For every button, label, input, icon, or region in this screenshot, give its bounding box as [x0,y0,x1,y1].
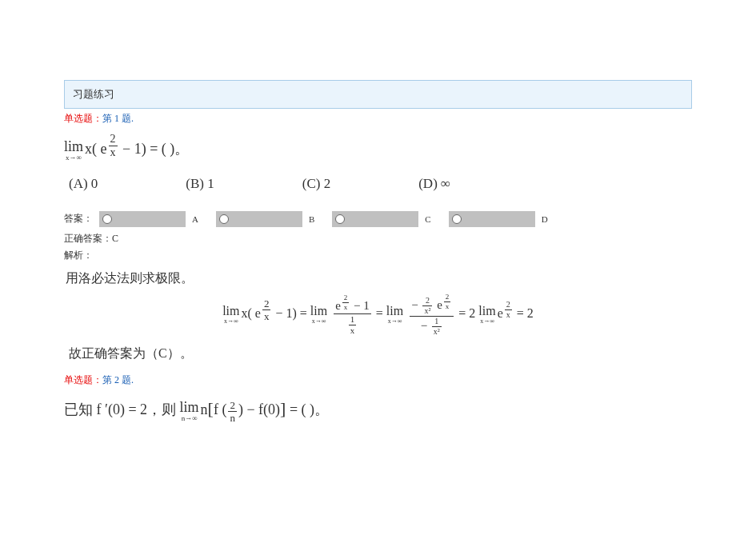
work-lim3: limx→∞ [386,305,403,325]
radio-b-label: B [309,214,314,224]
we1d: x [262,310,271,321]
q1-body-a: x( e [85,141,106,157]
header-title: 习题练习 [73,88,114,100]
wf3nen: 2 [444,293,451,302]
q2bo: [ [208,398,214,418]
wexp1: 2x [262,298,271,321]
work-frac2: e2x − 1 1x [334,294,371,334]
wf3nb: e [434,298,442,311]
q1-number: 第 1 题. [102,113,134,124]
q1-explain-text: 用洛必达法则求极限。 [66,270,692,287]
wf3d: − 1x² [410,317,454,336]
wf2dd: x [349,325,357,335]
wp1b: − 1) = [272,306,310,320]
radio-icon [452,214,462,224]
wf3n: − 2x² e2x [410,293,454,317]
wf3ne: 2x [444,293,451,310]
q2-frac: 2n [228,400,237,423]
q1-lim-sub: x→∞ [64,154,83,162]
wl2b: x→∞ [310,318,327,325]
header-box: 习题练习 [64,80,692,109]
wf2df: 1x [349,315,357,335]
radio-icon [219,214,229,224]
wf3nf: 2x² [422,297,432,315]
answer-label: 答案： [64,212,93,226]
q2-heading: 单选题：第 2 题. [64,373,692,387]
wf3nfn: 2 [422,297,432,306]
wf2ne: 2x [342,294,350,311]
wf3na: − [411,298,421,311]
q1-option-b: (B) 1 [186,176,214,192]
q1-option-d: (D) ∞ [418,176,450,192]
wl1b: x→∞ [222,318,239,325]
q2lb: n→∞ [180,415,199,422]
wf2n: e2x − 1 [334,294,371,313]
wf2d: 1x [334,314,371,335]
q2b: n [201,401,208,417]
wf3nfd: x² [422,306,432,315]
wp4en: 2 [505,301,512,310]
q1-stem: lim x→∞ x( e2x − 1) = ( )。 [64,134,692,162]
radio-d[interactable] [449,211,535,227]
radio-icon [335,214,345,224]
q2m: − f(0) [243,401,280,417]
q1-exp-frac: 2x [109,134,118,158]
wl2t: lim [310,305,327,317]
q1-exp-num: 2 [109,134,118,146]
wp5: = 2 [514,306,534,320]
q2-number: 第 2 题. [102,374,134,385]
q2-lim: limn→∞ [180,400,199,422]
work-lim1: limx→∞ [222,305,239,325]
wl4b: x→∞ [478,318,495,325]
q1-conclude: 故正确答案为（C）。 [69,345,692,362]
q1-lim-top: lim [64,139,83,154]
q1-analysis-label: 解析： [64,249,692,262]
q1-work: limx→∞x( e2x − 1) = limx→∞ e2x − 1 1x = … [64,293,692,336]
wf2ned: x [342,303,350,311]
radio-icon [102,214,112,224]
q2-type-label: 单选题： [64,374,102,385]
wl4t: lim [478,305,495,317]
q1-body-b: − 1) = ( )。 [119,141,190,157]
q2lt: lim [180,400,199,414]
q2-stem: 已知 f ′(0) = 2，则 limn→∞n[f (2n) − f(0)] =… [64,398,692,422]
radio-b[interactable] [216,211,302,227]
wp4e: e [498,306,503,320]
wp4: = 2 [458,306,478,320]
weq2: = [376,306,386,320]
q2fn: 2 [228,400,237,412]
we1n: 2 [262,298,271,310]
q1-type-label: 单选题： [64,113,102,124]
work-lim2: limx→∞ [310,305,327,325]
q1-exp-den: x [109,146,118,158]
wf3da: − [421,319,430,332]
q2a: 已知 f ′(0) = 2，则 [64,401,176,417]
wp4ed: x [505,310,512,319]
q1-option-a: (A) 0 [69,176,98,192]
page: 习题练习 单选题：第 1 题. lim x→∞ x( e2x − 1) = ( … [0,0,756,423]
wl3b: x→∞ [386,318,403,325]
radio-c[interactable] [332,211,418,227]
work-frac3: − 2x² e2x − 1x² [410,293,454,336]
radio-d-label: D [542,214,548,224]
radio-a[interactable] [99,211,186,227]
q2t: = ( )。 [286,401,329,417]
q1-correct: 正确答案：C [64,232,692,246]
work-lim4: limx→∞ [478,305,495,325]
q1-lim: lim x→∞ [64,139,83,162]
wf3ned: x [444,302,451,310]
wl3t: lim [386,305,403,317]
q1-options: (A) 0 (B) 1 (C) 2 (D) ∞ [69,176,692,192]
q1-heading: 单选题：第 1 题. [64,112,692,126]
wf2nen: 2 [342,294,350,303]
wf3dfn: 1 [432,317,442,327]
q1-option-c: (C) 2 [302,176,330,192]
wf3dfd: x² [432,327,442,336]
radio-c-label: C [425,214,430,224]
wp4ef: 2x [505,301,512,319]
q2fo: f ( [214,401,227,417]
wf3df: 1x² [432,317,442,336]
q2fd: n [228,412,237,423]
wf2dn: 1 [349,315,357,325]
wl1t: lim [222,305,239,317]
